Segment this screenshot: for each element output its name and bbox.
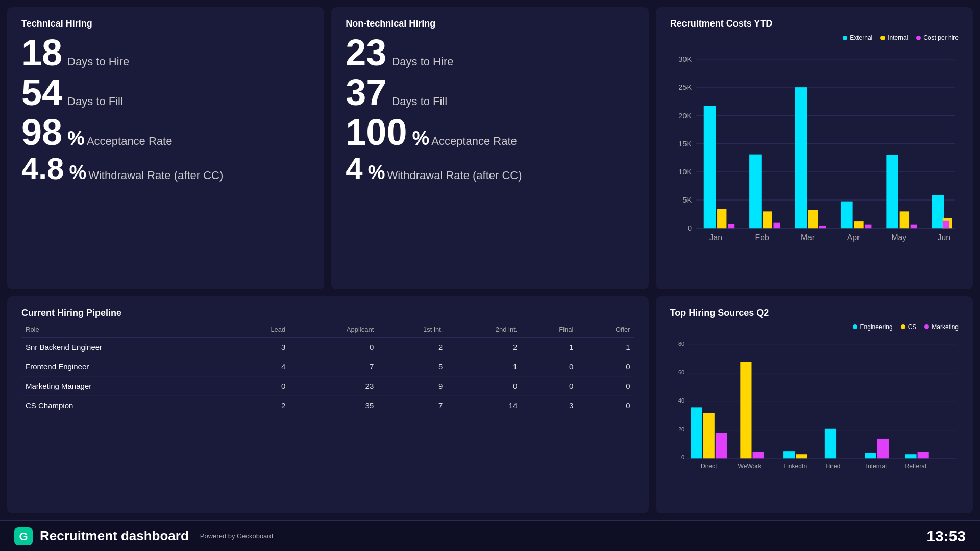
svg-text:60: 60 — [678, 369, 684, 375]
cell-lead: 0 — [232, 376, 289, 395]
sources-chart: 80 60 40 20 0 Direct WeWork LinkedIn — [670, 334, 959, 483]
costs-title: Recruitment Costs YTD — [670, 18, 959, 29]
col-applicant: Applicant — [289, 323, 378, 338]
footer: G Recruitment dashboard Powered by Gecko… — [0, 520, 980, 551]
svg-text:Apr: Apr — [847, 233, 860, 242]
col-role: Role — [21, 323, 232, 338]
nontechnical-days-to-fill-value: 37 — [346, 74, 386, 111]
costs-legend-external: External — [843, 34, 872, 41]
refferal-mkt-bar — [917, 452, 928, 458]
direct-mkt-bar — [715, 433, 726, 458]
cell-int2: 1 — [447, 357, 521, 376]
nontechnical-hiring-title: Non-technical Hiring — [346, 18, 634, 29]
svg-text:40: 40 — [678, 397, 684, 404]
technical-days-to-fill-value: 54 — [21, 74, 62, 111]
mar-external-bar — [795, 87, 807, 228]
nontechnical-days-to-fill-row: 37 Days to Fill — [346, 74, 634, 111]
sources-card: Top Hiring Sources Q2 Engineering CS Mar… — [656, 296, 973, 513]
technical-days-to-hire-label: Days to Hire — [67, 55, 129, 68]
cell-int1: 7 — [378, 395, 447, 415]
svg-text:15K: 15K — [678, 140, 692, 148]
cell-final: 0 — [521, 376, 577, 395]
cell-offer: 0 — [577, 376, 634, 395]
technical-withdrawal-suffix: % — [69, 162, 86, 184]
svg-text:G: G — [19, 530, 28, 543]
technical-days-to-hire-value: 18 — [21, 34, 62, 71]
feb-internal-bar — [763, 211, 772, 228]
costs-legend: External Internal Cost per hire — [670, 34, 959, 41]
may-external-bar — [886, 155, 898, 228]
marketing-label: Marketing — [932, 323, 959, 331]
cell-role: Snr Backend Engineer — [21, 337, 232, 357]
feb-external-bar — [749, 155, 762, 229]
cs-dot — [901, 324, 905, 329]
svg-text:Jan: Jan — [709, 233, 722, 242]
col-int1: 1st int. — [378, 323, 447, 338]
jan-external-bar — [703, 106, 716, 228]
costs-chart: 30K 25K 20K 15K 10K 5K 0 Jan — [670, 44, 959, 259]
direct-eng-bar — [691, 407, 702, 458]
apr-external-bar — [841, 202, 853, 229]
pipeline-card: Current Hiring Pipeline Role Lead Applic… — [7, 296, 649, 513]
dashboard: Technical Hiring 18 Days to Hire 54 Days… — [0, 0, 980, 520]
nontechnical-acceptance-label: Acceptance Rate — [431, 135, 517, 148]
technical-days-to-fill-row: 54 Days to Fill — [21, 74, 310, 111]
costs-legend-cost-per-hire: Cost per hire — [916, 34, 959, 41]
geckoboard-logo: G — [14, 527, 33, 545]
svg-text:Refferal: Refferal — [904, 463, 926, 470]
svg-text:0: 0 — [681, 454, 684, 460]
technical-withdrawal-row: 4.8 % Withdrawal Rate (after CC) — [21, 154, 310, 184]
mar-cost-bar — [819, 226, 826, 228]
costs-card: Recruitment Costs YTD External Internal … — [656, 7, 973, 289]
cell-final: 0 — [521, 357, 577, 376]
footer-powered: Powered by Geckoboard — [200, 532, 273, 540]
svg-text:80: 80 — [678, 341, 684, 347]
jan-cost-bar — [728, 224, 734, 228]
footer-left: G Recruitment dashboard Powered by Gecko… — [14, 527, 273, 545]
technical-hiring-title: Technical Hiring — [21, 18, 310, 29]
footer-title: Recruitment dashboard — [40, 528, 189, 544]
cell-applicant: 0 — [289, 337, 378, 357]
may-internal-bar — [899, 211, 909, 228]
engineering-label: Engineering — [860, 323, 893, 331]
cell-role: CS Champion — [21, 395, 232, 415]
sources-legend-engineering: Engineering — [853, 323, 893, 331]
technical-acceptance-row: 98 % Acceptance Rate — [21, 114, 310, 151]
apr-internal-bar — [854, 221, 863, 228]
technical-days-to-fill-label: Days to Fill — [67, 95, 123, 108]
nontechnical-days-to-hire-value: 23 — [346, 34, 386, 71]
wework-mkt-bar — [752, 452, 764, 458]
technical-days-to-hire-row: 18 Days to Hire — [21, 34, 310, 71]
cell-applicant: 23 — [289, 376, 378, 395]
svg-text:0: 0 — [688, 224, 692, 232]
cell-int2: 0 — [447, 376, 521, 395]
cell-int1: 2 — [378, 337, 447, 357]
wework-cs-bar — [740, 362, 751, 458]
svg-text:30K: 30K — [678, 55, 692, 63]
cell-lead: 3 — [232, 337, 289, 357]
svg-text:Feb: Feb — [755, 233, 769, 242]
col-offer: Offer — [577, 323, 634, 338]
svg-text:Hired: Hired — [825, 463, 840, 470]
nontechnical-days-to-hire-row: 23 Days to Hire — [346, 34, 634, 71]
pipeline-title: Current Hiring Pipeline — [21, 308, 634, 318]
cell-int2: 14 — [447, 395, 521, 415]
cost-per-hire-dot — [916, 36, 921, 40]
linkedin-cs-bar — [796, 454, 807, 458]
cell-int1: 5 — [378, 357, 447, 376]
technical-withdrawal-label: Withdrawal Rate (after CC) — [88, 169, 223, 182]
feb-cost-bar — [773, 223, 780, 229]
nontechnical-acceptance-row: 100 % Acceptance Rate — [346, 114, 634, 151]
nontechnical-days-to-fill-label: Days to Fill — [391, 95, 447, 108]
svg-text:Jun: Jun — [937, 233, 950, 242]
cell-offer: 1 — [577, 337, 634, 357]
svg-text:May: May — [891, 233, 906, 242]
svg-text:Direct: Direct — [701, 463, 717, 470]
cell-final: 1 — [521, 337, 577, 357]
sources-title: Top Hiring Sources Q2 — [670, 308, 959, 318]
pipeline-table: Role Lead Applicant 1st int. 2nd int. Fi… — [21, 323, 634, 415]
svg-text:25K: 25K — [678, 83, 692, 91]
svg-text:20: 20 — [678, 426, 684, 432]
col-lead: Lead — [232, 323, 289, 338]
cell-offer: 0 — [577, 395, 634, 415]
